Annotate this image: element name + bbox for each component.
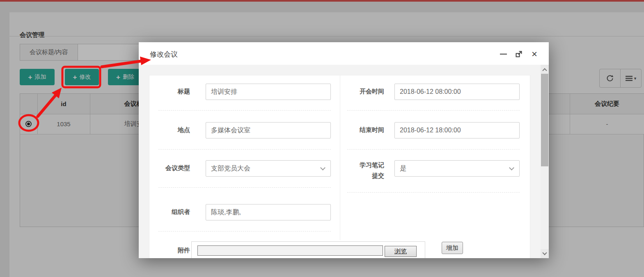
- dialog-title: 修改会议: [150, 50, 178, 59]
- notes-label-line1: 学习笔记: [335, 160, 384, 170]
- scrollbar-thumb[interactable]: [541, 74, 548, 166]
- window-controls: ×: [499, 50, 539, 59]
- close-button[interactable]: ×: [530, 50, 539, 59]
- field-label-end-time: 结束时间: [335, 126, 384, 134]
- meeting-type-select[interactable]: 支部党员大会: [206, 160, 331, 177]
- separator: [158, 187, 331, 188]
- separator: [158, 149, 331, 150]
- add-attachment-button[interactable]: 增加: [442, 242, 463, 254]
- field-label-attachment: 附件: [149, 247, 190, 254]
- location-input[interactable]: [206, 122, 331, 138]
- scroll-down-button[interactable]: [541, 249, 549, 258]
- field-label-start-time: 开会时间: [335, 88, 384, 95]
- browse-button[interactable]: 浏览: [385, 246, 417, 257]
- edit-meeting-form: 标题 地点 会议类型 支部党员大会 组织者 附件 浏览 增加 开会时间: [149, 75, 530, 258]
- separator: [347, 149, 520, 150]
- scroll-up-button[interactable]: [541, 65, 549, 74]
- separator: [158, 110, 331, 111]
- close-icon: ×: [532, 49, 537, 59]
- maximize-button[interactable]: [514, 50, 523, 59]
- dialog-body: 标题 地点 会议类型 支部党员大会 组织者 附件 浏览 增加 开会时间: [139, 65, 541, 258]
- chevron-up-icon: [542, 68, 547, 73]
- edit-meeting-dialog: 修改会议 × 标题 地点 会议类型 支部党员大会: [139, 42, 549, 258]
- modal-scrollbar[interactable]: [541, 65, 549, 258]
- title-input[interactable]: [206, 84, 331, 100]
- separator: [158, 231, 331, 232]
- start-time-input[interactable]: [394, 84, 520, 100]
- file-path-field[interactable]: [197, 245, 383, 256]
- notes-submit-value: 是: [400, 164, 406, 173]
- chevron-down-icon: [542, 250, 547, 255]
- notes-submit-select[interactable]: 是: [394, 160, 520, 177]
- organizer-input[interactable]: [206, 204, 331, 220]
- chevron-down-icon: [320, 165, 325, 170]
- minimize-button[interactable]: [499, 50, 508, 59]
- maximize-icon: [515, 50, 523, 58]
- separator: [347, 192, 520, 193]
- notes-label-line2: 提交: [335, 170, 384, 181]
- end-time-input[interactable]: [394, 122, 520, 138]
- minimize-icon: [500, 54, 507, 55]
- chevron-down-icon: [509, 165, 514, 170]
- column-divider: [340, 75, 340, 240]
- field-label-organizer: 组织者: [149, 208, 190, 216]
- field-label-type: 会议类型: [149, 164, 190, 172]
- separator: [347, 110, 520, 111]
- field-label-location: 地点: [149, 126, 190, 134]
- meeting-type-value: 支部党员大会: [211, 164, 250, 173]
- file-uploader: 浏览: [191, 241, 425, 258]
- field-label-title: 标题: [149, 88, 190, 95]
- field-label-notes: 学习笔记 提交: [335, 160, 384, 181]
